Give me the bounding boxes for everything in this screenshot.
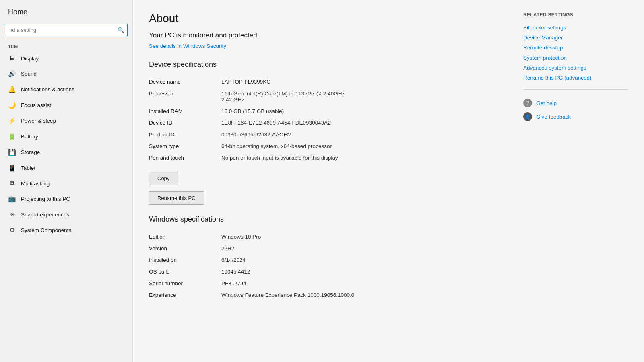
spec-value-system-type: 64-bit operating system, x64-based proce… <box>221 140 471 152</box>
sidebar-item-notifications[interactable]: 🔔 Notifications & actions <box>0 82 132 97</box>
spec-value-pen-touch: No pen or touch input is available for t… <box>221 152 471 164</box>
get-help-item[interactable]: ? Get help <box>523 96 628 110</box>
spec-value-device-id: 1E8FF164-E7E2-4609-A454-FDE0930043A2 <box>221 117 471 129</box>
spec-value-version: 22H2 <box>221 243 471 254</box>
multitasking-icon: ⧉ <box>8 180 16 187</box>
spec-label-product-id: Product ID <box>149 129 221 140</box>
sidebar-item-label: Tablet <box>21 165 35 171</box>
related-divider <box>523 89 628 90</box>
device-manager-link[interactable]: Device Manager <box>523 33 628 43</box>
sidebar-item-focus-assist[interactable]: 🌙 Focus assist <box>0 97 132 113</box>
sound-icon: 🔊 <box>8 70 16 78</box>
rename-pc-button[interactable]: Rename this PC <box>149 191 204 205</box>
sidebar-section-label: tem <box>0 42 132 51</box>
main-content: About Your PC is monitored and protected… <box>133 0 644 362</box>
sidebar-item-storage[interactable]: 💾 Storage <box>0 144 132 160</box>
sidebar-item-label: Power & sleep <box>21 118 56 124</box>
spec-value-product-id: 00330-53695-62632-AAOEM <box>221 129 471 140</box>
spec-value-device-name: LAPTOP-FL9399KG <box>221 76 471 88</box>
remote-desktop-link[interactable]: Remote desktop <box>523 43 628 53</box>
system-protection-link[interactable]: System protection <box>523 53 628 63</box>
search-input[interactable] <box>5 24 128 36</box>
device-specs-table: Device name LAPTOP-FL9399KG Processor 11… <box>149 76 471 164</box>
spec-label-device-name: Device name <box>149 76 221 88</box>
sidebar-item-label: Shared experiences <box>21 212 69 218</box>
sidebar-item-power-sleep[interactable]: ⚡ Power & sleep <box>0 113 132 129</box>
spec-value-os-build: 19045.4412 <box>221 266 471 278</box>
spec-label-pen-touch: Pen and touch <box>149 152 221 164</box>
battery-icon: 🔋 <box>8 133 16 140</box>
shared-icon: ✳ <box>8 211 16 218</box>
spec-value-installed-on: 6/14/2024 <box>221 254 471 266</box>
get-help-icon: ? <box>523 99 532 107</box>
sidebar-item-system-components[interactable]: ⚙ System Components <box>0 222 132 238</box>
sidebar-item-label: Focus assist <box>21 102 51 108</box>
windows-specs-title: Windows specifications <box>149 215 628 224</box>
display-icon: 🖥 <box>8 55 16 62</box>
sidebar-item-shared[interactable]: ✳ Shared experiences <box>0 207 132 222</box>
sidebar-item-tablet[interactable]: 📱 Tablet <box>0 160 132 176</box>
spec-value-edition: Windows 10 Pro <box>221 231 471 243</box>
spec-label-device-id: Device ID <box>149 117 221 129</box>
sidebar-item-label: Multitasking <box>21 181 50 187</box>
windows-specs-table: Edition Windows 10 Pro Version 22H2 Inst… <box>149 231 471 301</box>
search-icon: 🔍 <box>118 27 124 33</box>
sidebar-item-multitasking[interactable]: ⧉ Multitasking <box>0 176 132 191</box>
spec-label-ram: Installed RAM <box>149 105 221 117</box>
focus-assist-icon: 🌙 <box>8 101 16 109</box>
spec-value-serial-number: PF3127J4 <box>221 278 471 289</box>
rename-pc-advanced-link[interactable]: Rename this PC (advanced) <box>523 73 628 83</box>
spec-label-experience: Experience <box>149 289 221 301</box>
projecting-icon: 📺 <box>8 195 16 203</box>
spec-label-os-build: OS build <box>149 266 221 278</box>
sidebar-item-label: Display <box>21 56 39 62</box>
spec-value-experience: Windows Feature Experience Pack 1000.190… <box>221 289 471 301</box>
sidebar-item-battery[interactable]: 🔋 Battery <box>0 129 132 144</box>
sidebar-item-label: Projecting to this PC <box>21 196 70 202</box>
related-settings: Related settings BitLocker settings Devi… <box>523 12 628 123</box>
spec-label-system-type: System type <box>149 140 221 152</box>
sidebar-item-label: Notifications & actions <box>21 86 74 93</box>
bitlocker-settings-link[interactable]: BitLocker settings <box>523 23 628 33</box>
power-sleep-icon: ⚡ <box>8 117 16 125</box>
spec-label-processor: Processor <box>149 88 221 105</box>
related-settings-title: Related settings <box>523 12 628 18</box>
spec-label-installed-on: Installed on <box>149 254 221 266</box>
sidebar-item-projecting[interactable]: 📺 Projecting to this PC <box>0 191 132 207</box>
tablet-icon: 📱 <box>8 164 16 172</box>
sidebar-item-label: System Components <box>21 227 71 233</box>
sidebar-item-label: Storage <box>21 149 40 155</box>
windows-specs-section: Windows specifications Edition Windows 1… <box>149 215 628 301</box>
give-feedback-icon: 👤 <box>523 112 532 121</box>
storage-icon: 💾 <box>8 148 16 156</box>
spec-value-processor: 11th Gen Intel(R) Core(TM) i5-1135G7 @ 2… <box>221 88 471 105</box>
copy-button[interactable]: Copy <box>149 172 178 185</box>
give-feedback-item[interactable]: 👤 Give feedback <box>523 110 628 123</box>
sidebar-home[interactable]: Home <box>0 0 132 21</box>
sidebar: Home 🔍 tem 🖥 Display 🔊 Sound 🔔 Notificat… <box>0 0 133 362</box>
notifications-icon: 🔔 <box>8 86 16 93</box>
give-feedback-label: Give feedback <box>536 114 571 120</box>
sidebar-item-sound[interactable]: 🔊 Sound <box>0 66 132 82</box>
spec-label-edition: Edition <box>149 231 221 243</box>
search-box: 🔍 <box>5 24 128 36</box>
sidebar-item-display[interactable]: 🖥 Display <box>0 51 132 66</box>
get-help-label: Get help <box>536 100 557 106</box>
windows-security-link[interactable]: See details in Windows Security <box>149 43 226 49</box>
advanced-system-settings-link[interactable]: Advanced system settings <box>523 63 628 73</box>
spec-label-serial-number: Serial number <box>149 278 221 289</box>
system-components-icon: ⚙ <box>8 226 16 234</box>
spec-value-ram: 16.0 GB (15.7 GB usable) <box>221 105 471 117</box>
spec-label-version: Version <box>149 243 221 254</box>
sidebar-item-label: Sound <box>21 71 37 77</box>
sidebar-item-label: Battery <box>21 134 38 140</box>
